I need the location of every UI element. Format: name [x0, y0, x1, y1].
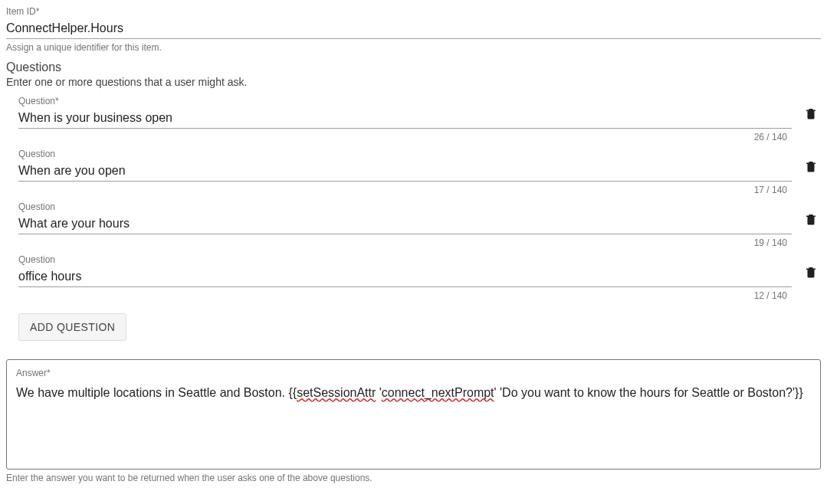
item-id-input[interactable]: [6, 17, 821, 39]
question-label: Question*: [18, 96, 792, 106]
questions-title: Questions: [6, 61, 821, 74]
trash-icon: [804, 159, 818, 173]
question-counter: 19 / 140: [6, 237, 787, 248]
questions-subtitle: Enter one or more questions that a user …: [6, 76, 821, 88]
delete-question-button[interactable]: [801, 262, 821, 284]
delete-question-button[interactable]: [801, 209, 821, 231]
question-label: Question: [18, 254, 792, 265]
question-label: Question: [18, 201, 792, 212]
question-counter: 17 / 140: [6, 185, 787, 195]
item-id-helper: Assign a unique identifier for this item…: [6, 42, 821, 53]
add-question-button[interactable]: ADD QUESTION: [18, 313, 126, 341]
question-label: Question: [18, 149, 792, 159]
trash-icon: [804, 106, 818, 120]
answer-box: Answer* We have multiple locations in Se…: [6, 359, 821, 470]
item-id-label: Item ID*: [6, 6, 821, 17]
delete-question-button[interactable]: [801, 103, 821, 126]
question-input[interactable]: [18, 265, 792, 287]
answer-label: Answer*: [16, 368, 811, 378]
question-input[interactable]: [18, 212, 792, 234]
delete-question-button[interactable]: [801, 156, 821, 178]
question-input[interactable]: [18, 159, 792, 182]
question-counter: 26 / 140: [6, 132, 787, 142]
answer-helper: Enter the answer you want to be returned…: [6, 473, 821, 483]
answer-textarea[interactable]: We have multiple locations in Seattle an…: [16, 385, 811, 461]
question-counter: 12 / 140: [6, 290, 787, 301]
trash-icon: [804, 212, 818, 226]
trash-icon: [804, 265, 818, 279]
question-input[interactable]: [18, 106, 792, 129]
